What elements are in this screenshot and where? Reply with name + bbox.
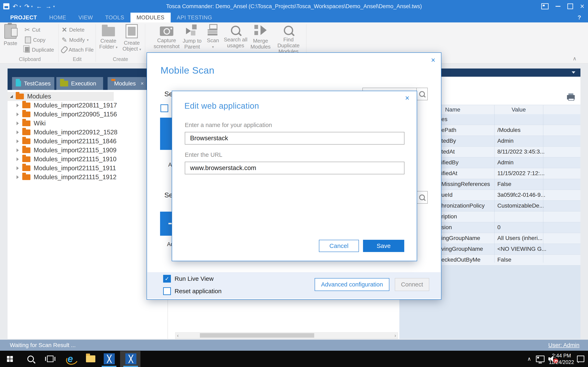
cut-button[interactable]: ✂ Cut [25, 26, 40, 34]
expand-closed-icon[interactable] [17, 113, 19, 116]
undo-dropdown-icon[interactable]: ▾ [19, 4, 21, 8]
reset-application-checkbox[interactable] [163, 287, 171, 295]
user-link[interactable]: User: Admin [548, 342, 580, 349]
expand-closed-icon[interactable] [17, 122, 19, 125]
undo-icon[interactable]: ↶ [13, 3, 18, 10]
run-live-view-checkbox[interactable]: ✓ [163, 275, 171, 283]
duplicate-button[interactable]: Duplicate [25, 46, 54, 54]
edit-dialog-close-icon[interactable]: × [405, 94, 409, 102]
jump-to-parent-button[interactable]: Jump toParent [181, 24, 203, 50]
capture-screenshot-button[interactable]: Capturescreenshot [153, 24, 181, 49]
expand-open-icon[interactable] [10, 95, 13, 98]
scrollbar-thumb[interactable] [200, 333, 314, 338]
cancel-button[interactable]: Cancel [319, 240, 359, 252]
save-button[interactable]: Save [363, 240, 404, 252]
check-icon: ✓ [165, 276, 169, 282]
tosca-icon: ╳ [104, 353, 115, 364]
tab-api-testing[interactable]: API TESTING [171, 13, 218, 22]
expand-closed-icon[interactable] [17, 104, 19, 107]
tab-project[interactable]: PROJECT [4, 13, 43, 22]
back-icon[interactable]: ← [36, 3, 42, 10]
tab-home[interactable]: HOME [43, 13, 72, 22]
expand-closed-icon[interactable] [17, 166, 19, 170]
print-icon[interactable] [567, 95, 575, 100]
scan-button[interactable]: Scan▾ [204, 24, 222, 50]
action-center-button[interactable] [575, 351, 586, 367]
expand-closed-icon[interactable] [17, 149, 19, 152]
expand-closed-icon[interactable] [17, 131, 19, 134]
scroll-left-icon[interactable]: ‹ [175, 333, 180, 338]
taskbar-search-button[interactable] [25, 351, 36, 367]
start-button[interactable] [4, 351, 15, 367]
create-folder-button[interactable]: Create Folder ▾ [99, 24, 117, 50]
tree-item[interactable]: Modules_import221115_1909 [8, 146, 168, 155]
redo-icon[interactable]: ↷ [24, 3, 29, 10]
close-button[interactable]: × [580, 2, 584, 11]
workspace-icon[interactable] [541, 3, 549, 9]
tosca-app-button-active[interactable]: ╳ [124, 351, 138, 367]
property-name: ifiedAt [441, 170, 457, 176]
forward-icon[interactable]: → [45, 3, 52, 10]
tab-list-dropdown-icon[interactable] [572, 71, 575, 74]
search-all-usages-button[interactable]: Search allusages [223, 24, 249, 49]
window-title: Tosca Commander: Demo_Ansel (C:\Tosca_Pr… [0, 3, 588, 9]
create-object-button[interactable]: Create Object ▾ [122, 24, 141, 52]
tree-item[interactable]: Modules_import220905_1156 [8, 110, 168, 119]
attach-file-button[interactable]: Attach File [62, 46, 94, 54]
tree-item[interactable]: Wiki [8, 119, 168, 128]
web-app-checkbox[interactable] [160, 104, 168, 112]
tree-item[interactable]: Modules_import221115_1846 [8, 137, 168, 146]
merge-modules-button[interactable]: MergeModules [250, 24, 271, 50]
save-icon[interactable] [3, 3, 9, 9]
merge-modules-icon [254, 24, 267, 36]
mobile-scan-close-icon[interactable]: × [431, 57, 435, 64]
panel-tab-testcases[interactable]: TestCases [12, 77, 54, 90]
taskbar-clock[interactable]: 2:44 PM 11/24/2022 [549, 351, 574, 367]
search-button[interactable] [416, 192, 427, 203]
advanced-configuration-button[interactable]: Advanced configuration [315, 278, 389, 291]
expand-closed-icon[interactable] [17, 175, 19, 179]
panel-tab-modules[interactable]: Modules × [108, 77, 146, 90]
tab-close-icon[interactable]: × [141, 80, 144, 87]
search-button[interactable] [416, 88, 427, 100]
tray-expand-button[interactable]: ∧ [525, 351, 534, 367]
search-icon [27, 356, 34, 362]
collapse-ribbon-icon[interactable]: ∧ [573, 55, 577, 62]
delete-button[interactable]: ✕ Delete [62, 26, 85, 34]
task-view-button[interactable] [44, 351, 56, 367]
tab-view[interactable]: VIEW [72, 13, 99, 22]
internet-explorer-button[interactable]: e [64, 351, 77, 367]
tab-modules[interactable]: MODULES [130, 13, 171, 22]
url-input[interactable]: www.browserstack.com [185, 162, 405, 174]
connect-button[interactable]: Connect [395, 278, 429, 291]
tree-item[interactable]: Modules_import220912_1528 [8, 128, 168, 137]
file-explorer-button[interactable] [85, 351, 97, 367]
column-header-value[interactable]: Value [494, 106, 543, 113]
copy-button[interactable]: Copy [25, 36, 45, 44]
modify-button[interactable]: ✎ Modify ▾ [62, 36, 89, 44]
column-divider [543, 105, 543, 263]
tree-item[interactable]: Modules_import221115_1910 [8, 155, 168, 164]
horizontal-scrollbar[interactable]: ‹ › [175, 332, 398, 339]
help-icon[interactable]: ? [578, 14, 581, 21]
tab-tools[interactable]: TOOLS [99, 13, 130, 22]
scroll-right-icon[interactable]: › [393, 333, 398, 338]
column-header-name[interactable]: Name [445, 106, 460, 113]
redo-dropdown-icon[interactable]: ▾ [31, 4, 33, 8]
network-tray-icon[interactable] [535, 351, 546, 367]
tree-item[interactable]: Modules_import221115_1912 [8, 173, 168, 182]
paste-button[interactable]: Paste [4, 24, 17, 46]
tosca-app-button[interactable]: ╳ [103, 351, 116, 367]
find-duplicate-modules-button[interactable]: Find DuplicateModules [272, 24, 305, 54]
forward-dropdown-icon[interactable]: ▾ [53, 4, 55, 8]
tree-item[interactable]: Modules_import220811_1917 [8, 101, 168, 110]
expand-closed-icon[interactable] [17, 140, 19, 143]
minimize-button[interactable] [555, 6, 561, 7]
panel-tab-execution[interactable]: Execution [56, 77, 103, 90]
expand-closed-icon[interactable] [17, 157, 19, 161]
app-name-input[interactable]: Browserstack [185, 132, 405, 145]
property-name: sion [441, 224, 452, 231]
maximize-button[interactable] [567, 3, 573, 9]
tree-item[interactable]: Modules_import221115_1911 [8, 164, 168, 173]
tree-root-modules[interactable]: Modules [8, 92, 114, 101]
